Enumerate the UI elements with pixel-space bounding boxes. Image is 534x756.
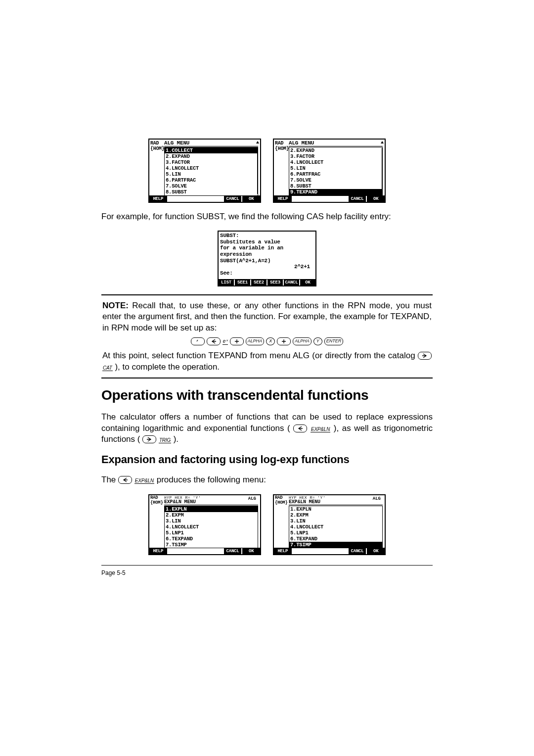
menu-item[interactable]: 4.LNCOLLECT — [289, 524, 382, 530]
softkey — [205, 548, 223, 554]
note-box: NOTE: Recall that, to use these, or any … — [101, 294, 433, 378]
alg-menu-pair: RAD {HOM} ALG MENU 1.COLLECT2.EXPAND3.FA… — [101, 139, 433, 203]
menu-item[interactable]: 1.EXPLN — [165, 506, 258, 512]
menu-item[interactable]: 2.EXPAND — [165, 153, 258, 159]
help-line: expression — [220, 251, 314, 258]
menu-item[interactable]: 9.TEXPAND — [289, 189, 382, 195]
calc-menu-list: 1.COLLECT2.EXPAND3.FACTOR4.LNCOLLECT5.LI… — [164, 147, 258, 195]
calc-expln-left: ALG RAD {HOM} HYP HEX R= 'Y' EXP&LN MENU… — [148, 494, 261, 555]
menu-item[interactable]: 3.LIN — [289, 518, 382, 524]
calc-subst-help: SUBST: Substitutes a value for a variabl… — [218, 231, 316, 286]
menu-item[interactable]: 4.LNCOLLECT — [289, 159, 382, 165]
keycap — [191, 337, 205, 345]
softkey[interactable]: HELP — [149, 548, 167, 554]
menu-item[interactable]: 7.SOLVE — [165, 183, 258, 189]
softkey[interactable]: OK — [300, 280, 315, 285]
softkey[interactable]: HELP — [274, 548, 292, 554]
trig-label: TRIG — [159, 437, 171, 443]
keycap: ENTER — [324, 337, 344, 345]
softkey[interactable]: SEE2 — [251, 280, 267, 285]
key-sequence: eˣALPHAXALPHAYENTER — [102, 337, 432, 345]
calc-side-line: {HOM} — [150, 146, 164, 151]
softkey[interactable]: CANCL — [284, 280, 299, 285]
softkey[interactable]: CANCL — [349, 196, 366, 202]
softkey[interactable]: SEE3 — [267, 280, 283, 285]
softkey-row: LISTSEE1SEE2SEE3CANCLOK — [219, 279, 315, 285]
softkey[interactable]: OK — [367, 196, 385, 202]
menu-item[interactable]: 5.LNP1 — [165, 530, 258, 536]
menu-item[interactable]: 5.LIN — [289, 165, 382, 171]
menu-item[interactable]: 2.EXPM — [165, 512, 258, 518]
softkey — [186, 548, 204, 554]
menu-item[interactable]: 2.EXPM — [289, 512, 382, 518]
calc-title: EXP&LN MENU — [289, 500, 383, 505]
note-label: NOTE: — [102, 301, 129, 310]
menu-item[interactable]: 8.SUBST — [165, 189, 258, 195]
calc-title: EXP&LN MENU — [164, 500, 258, 505]
expln-label: EXP&LN — [134, 478, 154, 484]
calc-menu-list: 1.EXPLN2.EXPM3.LIN4.LNCOLLECT5.LNP16.TEX… — [289, 506, 383, 548]
menu-item[interactable]: 2.EXPAND — [289, 147, 382, 153]
menu-item[interactable]: 7.SOLVE — [289, 177, 382, 183]
help-result: 2^2+1 — [220, 264, 314, 270]
softkey[interactable]: OK — [242, 548, 260, 554]
softkey[interactable]: HELP — [274, 196, 292, 202]
menu-item[interactable]: 7.TSIMP — [165, 542, 258, 548]
note-para2a: At this point, select function TEXPAND f… — [102, 351, 418, 360]
menu-item[interactable]: 6.PARTFRAC — [289, 171, 382, 177]
softkey[interactable]: OK — [367, 548, 385, 554]
menu-item[interactable]: 6.PARTFRAC — [165, 177, 258, 183]
keycap: ALPHA — [293, 337, 312, 345]
softkey[interactable]: HELP — [149, 196, 167, 202]
menu-item[interactable]: 1.COLLECT — [165, 147, 258, 153]
menu-item[interactable]: 3.FACTOR — [165, 159, 258, 165]
left-shift-key — [293, 425, 307, 432]
help-see: See: — [220, 270, 314, 277]
softkey-row: HELPCANCLOK — [149, 195, 260, 202]
menu-item[interactable]: 6.TEXPAND — [165, 536, 258, 542]
menu-item[interactable]: 4.LNCOLLECT — [165, 165, 258, 171]
calc-side-line: RAD — [150, 141, 164, 146]
menu-item[interactable]: 6.TEXPAND — [289, 536, 382, 542]
softkey[interactable]: CANCL — [349, 548, 366, 554]
menu-item[interactable]: 3.LIN — [165, 518, 258, 524]
note-para2b: ), to complete the operation. — [113, 362, 220, 372]
softkey — [330, 196, 348, 202]
menu-item[interactable]: 1.EXPLN — [289, 506, 382, 512]
calc-expln-right: ALG RAD {HOM} HYP HEX R= 'Y' EXP&LN MENU… — [273, 494, 386, 555]
expln-label: EXP&LN — [311, 426, 330, 432]
softkey — [311, 196, 329, 202]
softkey-row: HELPCANCLOK — [149, 548, 260, 554]
softkey[interactable]: LIST — [219, 280, 234, 285]
key-label: eˣ — [222, 338, 228, 345]
keycap — [230, 337, 244, 345]
subsection-body: The EXP&LN produces the following menu: — [101, 474, 433, 485]
softkey — [293, 548, 311, 554]
section-heading: Operations with transcendental functions — [101, 387, 433, 403]
page-number: Page 5-5 — [101, 569, 126, 576]
paragraph-example: For example, for function SUBST, we find… — [101, 211, 433, 222]
softkey[interactable]: CANCL — [224, 548, 242, 554]
menu-item[interactable]: 8.SUBST — [289, 183, 382, 189]
menu-item[interactable]: 4.LNCOLLECT — [165, 524, 258, 530]
calc-side-line: {HOM} — [150, 501, 164, 506]
softkey — [205, 196, 223, 202]
section-body: The calculator offers a number of functi… — [101, 412, 433, 445]
menu-item[interactable]: 5.LIN — [165, 171, 258, 177]
cat-label: CAT — [102, 365, 113, 371]
expln-menu-pair: ALG RAD {HOM} HYP HEX R= 'Y' EXP&LN MENU… — [101, 494, 433, 555]
keycap — [277, 337, 291, 345]
calc-menu-list: 1.EXPLN2.EXPM3.LIN4.LNCOLLECT5.LNP16.TEX… — [164, 506, 258, 548]
softkey[interactable]: SEE1 — [235, 280, 250, 285]
right-shift-key — [418, 352, 432, 360]
help-line: SUBST(A^2+1,A=2) — [220, 258, 314, 264]
page-footer: Page 5-5 — [101, 565, 433, 576]
softkey[interactable]: OK — [242, 196, 260, 202]
menu-item[interactable]: 3.FACTOR — [289, 153, 382, 159]
softkey — [168, 196, 186, 202]
calc-side-line: {HOM} — [275, 501, 289, 506]
softkey[interactable]: CANCL — [224, 196, 242, 202]
menu-item[interactable]: 7.TSIMP — [289, 542, 382, 548]
menu-item[interactable]: 5.LNP1 — [289, 530, 382, 536]
softkey — [311, 548, 329, 554]
